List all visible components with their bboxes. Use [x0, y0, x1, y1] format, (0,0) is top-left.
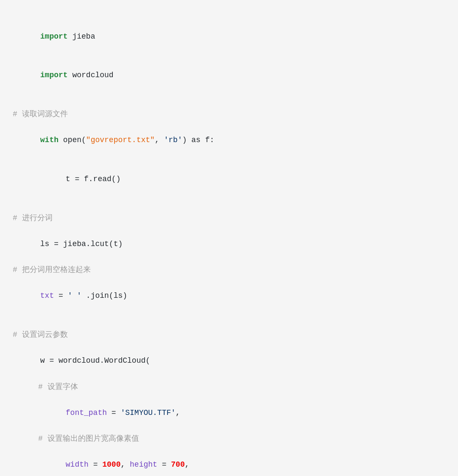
line-import-jieba: import jieba	[13, 17, 445, 56]
blank-line-3	[13, 316, 445, 329]
line-t-assign: t = f.read()	[13, 160, 445, 199]
line-comment-size: # 设置输出的图片宽高像素值	[13, 432, 445, 445]
line-w-wordcloud: w = wordcloud.WordCloud(	[13, 342, 445, 381]
line-font-path: font_path = 'SIMYOU.TTF',	[13, 393, 445, 432]
line-comment-seg: # 进行分词	[13, 212, 445, 225]
line-comment-join: # 把分词用空格连起来	[13, 263, 445, 277]
string-filename: "govreport.txt"	[86, 136, 155, 144]
keyword-import2: import	[40, 71, 68, 79]
blank-line-1	[13, 95, 445, 108]
param-height: height	[130, 460, 157, 469]
line-txt-assign: txt = ' ' .join(ls)	[13, 277, 445, 316]
line-import-wordcloud: import wordcloud	[13, 56, 445, 95]
string-space: ' '	[68, 291, 81, 300]
string-rb: 'rb'	[164, 136, 182, 144]
num-1000: 1000	[102, 460, 120, 469]
line-width-height: width = 1000, height = 700,	[13, 445, 445, 476]
code-block: import jieba import wordcloud # 读取词源文件 w…	[13, 13, 445, 476]
string-simyou: 'SIMYOU.TTF'	[120, 409, 176, 417]
var-txt: txt	[40, 291, 54, 300]
blank-line-2	[13, 199, 445, 212]
keyword-import: import	[40, 32, 68, 41]
num-700: 700	[171, 460, 184, 469]
line-comment-font: # 设置字体	[13, 381, 445, 394]
line-with-open: with open("govreport.txt", 'rb') as f:	[13, 121, 445, 160]
param-width: width	[66, 460, 89, 469]
param-font-path: font_path	[66, 409, 107, 417]
line-comment-params: # 设置词云参数	[13, 328, 445, 342]
line-ls-assign: ls = jieba.lcut(t)	[13, 225, 445, 264]
keyword-with: with	[40, 136, 59, 144]
line-comment-read: # 读取词源文件	[13, 108, 445, 121]
